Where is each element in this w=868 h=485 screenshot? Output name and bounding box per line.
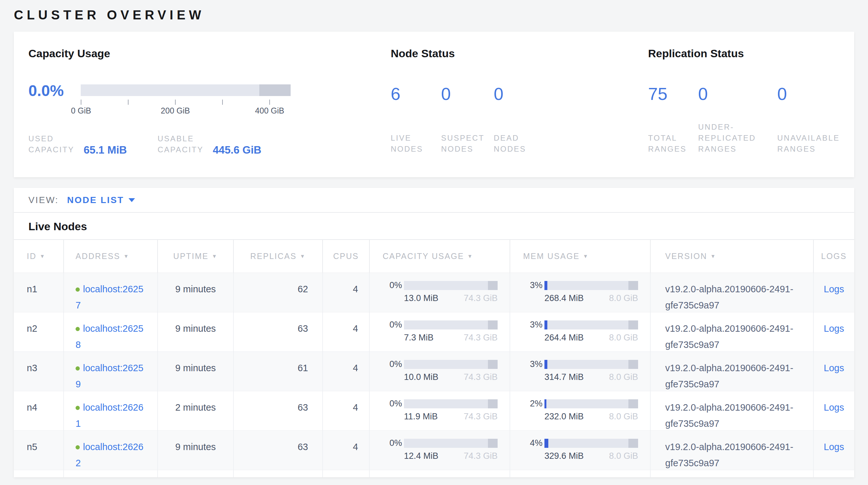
node-address-link[interactable]: localhost:26258 (75, 323, 144, 350)
axis-tick (269, 99, 270, 105)
column-header-uptime[interactable]: UPTIME▼ (158, 240, 234, 273)
capacity-axis-ticks (81, 98, 270, 106)
node-id-cell: n5 (14, 431, 64, 470)
node-status-title: Node Status (391, 47, 648, 60)
column-header-logs: LOGS (814, 240, 854, 273)
stat-label: TOTAL RANGES (648, 133, 698, 154)
node-address-link[interactable]: localhost:26259 (75, 363, 144, 389)
node-list-selector[interactable]: NODE LIST (67, 195, 135, 205)
mem-percent-label: 2% (523, 399, 542, 409)
capacity-meter-cap (488, 281, 498, 290)
cpus-cell: 4 (323, 352, 370, 391)
replicas-cell: 62 (234, 273, 323, 312)
cluster-overview-page: CLUSTER OVERVIEW Capacity Usage 0.0% (0, 0, 868, 477)
sort-desc-icon: ▼ (300, 254, 306, 259)
uptime-cell: 9 minutes (158, 352, 234, 391)
capacity-used-value: 13.0 MiB (404, 293, 438, 303)
logs-cell: Logs (814, 312, 854, 351)
capacity-total-value: 74.3 GiB (464, 293, 498, 303)
mem-meter-fill (545, 399, 547, 408)
mem-percent-label: 4% (523, 438, 542, 448)
mem-percent-label: 3% (523, 320, 542, 330)
capacity-meter-bar (404, 439, 498, 448)
stat-value: 0 (441, 85, 494, 103)
stat-value: 75 (648, 85, 698, 103)
capacity-meter-bar (404, 360, 498, 369)
node-list-selector-value: NODE LIST (67, 195, 124, 205)
axis-tick-label: 0 GiB (71, 106, 91, 115)
node-id-cell: n4 (14, 391, 64, 430)
mem-meter-cap (628, 399, 638, 408)
mem-total-value: 8.0 GiB (609, 293, 638, 303)
capacity-total-value: 74.3 GiB (464, 411, 498, 422)
capacity-meter-cap (488, 439, 498, 448)
logs-link[interactable]: Logs (824, 363, 844, 373)
live-status-dot (75, 445, 80, 450)
suspect-nodes-stat: 0 SUSPECT NODES (441, 85, 494, 154)
mem-meter-fill (545, 439, 548, 448)
logs-link[interactable]: Logs (824, 323, 844, 334)
used-capacity-value: 65.1 MiB (84, 144, 127, 156)
logs-link[interactable]: Logs (824, 402, 844, 412)
version-cell: v19.2.0-alpha.20190606-2491-gfe735c9a97 (651, 391, 814, 430)
capacity-gauge-bar (81, 84, 290, 96)
uptime-cell: 2 minutes (158, 391, 234, 430)
column-header-version[interactable]: VERSION▼ (651, 240, 814, 273)
column-header-id[interactable]: ID▼ (14, 240, 64, 273)
dead-nodes-stat: 0 DEAD NODES (494, 85, 558, 154)
mem-meter-bar (545, 360, 638, 369)
capacity-meter-bar (404, 281, 498, 290)
page-title: CLUSTER OVERVIEW (14, 0, 854, 22)
node-address-link[interactable]: localhost:26257 (75, 284, 144, 310)
capacity-usage-cell: 0% 11.9 MiB74.3 GiB (370, 391, 510, 430)
mem-meter-fill (545, 281, 547, 290)
logs-cell: Logs (814, 431, 854, 470)
table-row: n4 localhost:26261 2 minutes 63 4 0% 11.… (14, 391, 854, 430)
used-capacity-label: USED CAPACITY (28, 133, 82, 155)
view-label: VIEW: (28, 195, 59, 205)
sort-desc-icon: ▼ (40, 254, 45, 259)
mem-total-value: 8.0 GiB (609, 451, 638, 461)
stat-label: UNDER-REPLICATED RANGES (698, 121, 764, 154)
total-ranges-stat: 75 TOTAL RANGES (648, 85, 698, 154)
axis-tick-label: 200 GiB (161, 106, 190, 115)
column-header-capacity-usage[interactable]: CAPACITY USAGE▼ (370, 240, 510, 273)
capacity-percent-label: 0% (383, 399, 402, 409)
sort-desc-icon: ▼ (583, 254, 589, 259)
usable-capacity-label: USABLE CAPACITY (158, 133, 211, 155)
mem-usage-cell: 3% 264.4 MiB8.0 GiB (510, 312, 651, 351)
capacity-gauge: 0.0% 0 GiB 200 GiB (28, 84, 391, 116)
mem-meter-bar (545, 320, 638, 330)
mem-usage-cell: 3% 268.4 MiB8.0 GiB (510, 273, 651, 312)
replicas-cell: 61 (234, 352, 323, 391)
version-cell: v19.2.0-alpha.20190606-2491-gfe735c9a97 (651, 352, 814, 391)
column-header-mem-usage[interactable]: MEM USAGE▼ (510, 240, 651, 273)
node-status-section: Node Status 6 LIVE NODES 0 SUSPECT NODES… (391, 47, 648, 177)
logs-link[interactable]: Logs (824, 442, 844, 452)
mem-total-value: 8.0 GiB (609, 372, 638, 382)
node-address-link[interactable]: localhost:26261 (75, 402, 144, 429)
logs-link[interactable]: Logs (824, 284, 844, 294)
partial-next-row (14, 470, 854, 477)
sort-desc-icon: ▼ (467, 254, 473, 259)
capacity-usage-title: Capacity Usage (28, 47, 391, 60)
capacity-total-value: 74.3 GiB (464, 333, 498, 343)
node-address-link[interactable]: localhost:26262 (75, 442, 144, 468)
view-bar: VIEW: NODE LIST (14, 188, 854, 213)
node-address-cell: localhost:26259 (64, 352, 158, 391)
replicas-cell: 63 (234, 431, 323, 470)
mem-total-value: 8.0 GiB (609, 333, 638, 343)
capacity-usage-cell: 0% 10.0 MiB74.3 GiB (370, 352, 510, 391)
stat-label: UNAVAILABLE RANGES (777, 133, 847, 154)
table-row: n1 localhost:26257 9 minutes 62 4 0% 13.… (14, 273, 854, 312)
uptime-cell: 9 minutes (158, 273, 234, 312)
sort-desc-icon: ▼ (212, 254, 218, 259)
column-header-replicas[interactable]: REPLICAS▼ (234, 240, 323, 273)
column-header-address[interactable]: ADDRESS▼ (64, 240, 158, 273)
mem-meter-cap (628, 360, 638, 369)
stat-label: DEAD NODES (494, 133, 536, 154)
axis-tick (175, 99, 176, 105)
node-id-cell: n2 (14, 312, 64, 351)
column-header-cpus: CPUS (323, 240, 370, 273)
capacity-used-value: 11.9 MiB (404, 411, 438, 422)
